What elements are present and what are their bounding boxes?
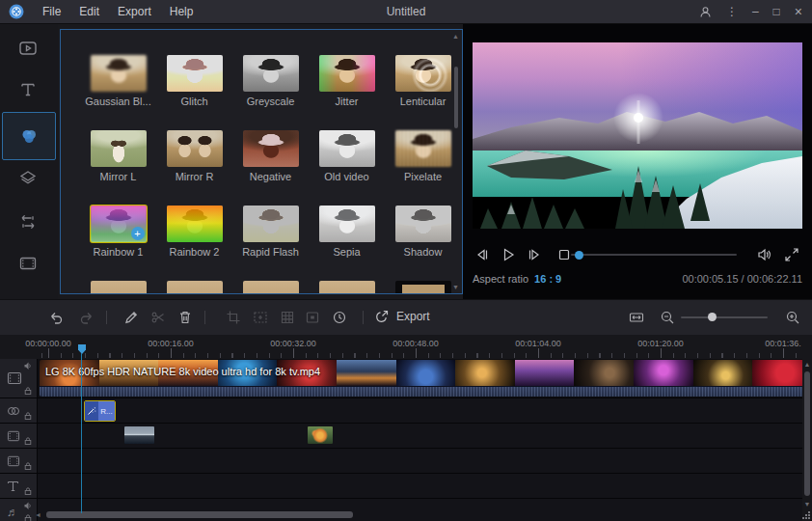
effect-item[interactable] — [232, 281, 309, 294]
more-menu-icon[interactable]: ⋮ — [726, 6, 738, 17]
sidebar-item-filters[interactable] — [2, 112, 56, 160]
effect-item[interactable]: Mirror R — [156, 130, 232, 184]
play-button[interactable] — [500, 246, 517, 263]
volume-icon[interactable] — [756, 246, 773, 263]
scroll-down-icon[interactable]: ▼ — [802, 501, 812, 507]
scroll-left-icon[interactable]: ◄ — [35, 511, 41, 518]
redo-button[interactable] — [79, 310, 95, 325]
effect-thumbnail[interactable] — [243, 55, 299, 92]
minimize-button[interactable]: – — [752, 6, 759, 17]
effect-item[interactable]: Mirror L — [80, 130, 156, 184]
effect-clip-rainbow[interactable]: R... — [84, 400, 116, 422]
playback-progress-handle[interactable] — [575, 251, 583, 260]
overlay-track-header[interactable] — [0, 424, 38, 448]
next-frame-button[interactable] — [527, 246, 544, 263]
effect-item[interactable]: Sepia — [309, 206, 385, 260]
undo-button[interactable] — [48, 310, 64, 325]
audio-track-header[interactable]: ♬ — [0, 499, 38, 521]
lock-track-icon[interactable] — [24, 487, 32, 495]
vertical-scrollbar[interactable]: ▲ ▼ — [802, 359, 812, 521]
effect-thumbnail[interactable] — [243, 206, 299, 242]
sidebar-item-elements[interactable] — [2, 241, 54, 286]
mute-track-icon[interactable] — [24, 362, 32, 370]
effect-thumbnail[interactable]: + — [91, 206, 147, 242]
mosaic-button[interactable] — [280, 310, 295, 325]
fit-timeline-button[interactable] — [629, 310, 644, 325]
effect-item-selected[interactable]: + Rainbow 1 — [80, 206, 156, 260]
close-button[interactable]: × — [795, 5, 802, 18]
export-button[interactable]: Export — [374, 309, 430, 324]
resize-grip[interactable] — [801, 510, 811, 520]
effect-item[interactable]: Negative — [232, 130, 309, 184]
overlay-clip-flower[interactable] — [308, 426, 333, 444]
effect-item[interactable]: Rapid Flash — [232, 206, 309, 260]
add-effect-button[interactable]: + — [131, 227, 145, 240]
effects-scrollbar[interactable] — [454, 67, 458, 128]
effect-item[interactable]: Rainbow 2 — [156, 206, 232, 260]
effect-track-body[interactable]: R... — [38, 398, 812, 423]
sidebar-item-media[interactable] — [2, 26, 54, 70]
effect-thumbnail[interactable] — [319, 55, 375, 92]
timeline-zoom-handle[interactable] — [708, 313, 717, 321]
text-track-body[interactable] — [38, 474, 812, 498]
video-preview[interactable] — [473, 42, 802, 229]
effect-item[interactable] — [156, 281, 232, 294]
timeline-ruler[interactable]: 00:00:00.00 00:00:16.00 00:00:32.00 00:0… — [0, 335, 812, 360]
effect-item[interactable]: Pixelate — [385, 130, 461, 184]
effect-thumbnail[interactable] — [243, 281, 299, 294]
scroll-up-icon[interactable]: ▲ — [802, 361, 812, 368]
previous-frame-button[interactable] — [473, 246, 490, 263]
scroll-down-icon[interactable]: ▼ — [452, 284, 459, 290]
overlay-track-body[interactable] — [38, 424, 812, 448]
lock-track-icon[interactable] — [24, 387, 32, 395]
effect-thumbnail[interactable] — [319, 281, 375, 294]
overlay-track-body[interactable] — [38, 449, 812, 473]
zoom-out-button[interactable] — [660, 310, 675, 325]
horizontal-scrollbar-thumb[interactable] — [46, 511, 353, 518]
effect-thumbnail[interactable] — [167, 130, 223, 167]
effect-thumbnail[interactable] — [91, 130, 147, 167]
freeze-frame-button[interactable] — [305, 310, 320, 325]
effect-thumbnail[interactable] — [167, 55, 223, 92]
effect-thumbnail[interactable] — [395, 55, 451, 92]
effect-item[interactable] — [309, 281, 385, 294]
menu-export[interactable]: Export — [118, 5, 151, 18]
aspect-ratio-group[interactable]: Aspect ratio16 : 9 — [473, 273, 561, 285]
playback-progress-slider[interactable] — [571, 254, 737, 256]
effect-item[interactable]: Shadow — [385, 206, 461, 260]
menu-file[interactable]: File — [42, 5, 61, 18]
zoom-effect-button[interactable] — [253, 310, 268, 325]
overlay-clip-sea[interactable] — [124, 426, 154, 444]
effect-track-header[interactable] — [0, 398, 38, 423]
maximize-button[interactable]: □ — [773, 6, 780, 17]
crop-button[interactable] — [226, 310, 241, 325]
lock-track-icon[interactable] — [24, 437, 32, 445]
effect-thumbnail[interactable] — [395, 130, 451, 167]
effect-thumbnail[interactable] — [319, 206, 375, 242]
account-icon[interactable] — [699, 6, 712, 18]
sidebar-item-overlays[interactable] — [2, 156, 54, 201]
effect-thumbnail[interactable] — [395, 281, 451, 294]
effect-item[interactable] — [80, 281, 156, 294]
effect-thumbnail[interactable] — [243, 130, 299, 167]
overlay-track-header[interactable] — [0, 449, 38, 473]
fullscreen-icon[interactable] — [783, 246, 800, 263]
menu-help[interactable]: Help — [170, 5, 194, 18]
delete-button[interactable] — [177, 310, 193, 325]
effect-item[interactable]: Jitter — [309, 55, 385, 109]
effect-item[interactable] — [385, 281, 461, 294]
effect-item[interactable]: Glitch — [156, 55, 232, 109]
effect-item[interactable]: Lenticular — [385, 55, 461, 109]
split-button[interactable] — [150, 310, 166, 325]
lock-track-icon[interactable] — [24, 412, 32, 420]
zoom-in-button[interactable] — [785, 310, 800, 325]
sidebar-item-text[interactable] — [2, 68, 54, 112]
vertical-scrollbar-thumb[interactable] — [804, 371, 810, 496]
timeline-zoom-slider[interactable] — [681, 316, 768, 318]
lock-track-icon[interactable] — [24, 462, 32, 470]
scroll-up-icon[interactable]: ▲ — [452, 33, 459, 40]
video-track-body[interactable]: LG 8K 60fps HDR NATURE 8k video ultra hd… — [38, 359, 812, 398]
effect-thumbnail[interactable] — [91, 55, 147, 92]
effect-thumbnail[interactable] — [91, 281, 147, 294]
effect-thumbnail[interactable] — [167, 281, 223, 294]
